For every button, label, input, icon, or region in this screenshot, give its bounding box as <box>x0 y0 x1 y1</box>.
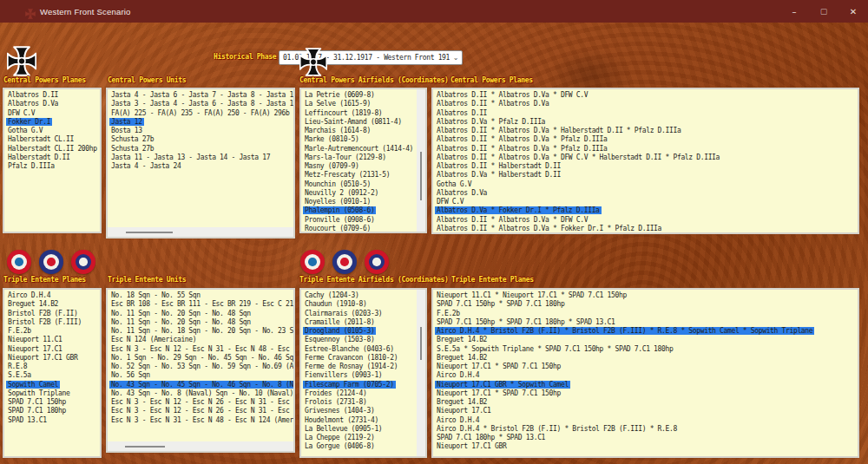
list-item[interactable]: La Gorgue (0406-8) <box>301 442 417 451</box>
list-item[interactable]: Fienvillers (0903-1) <box>301 371 417 380</box>
list-item[interactable]: Albatros D.II * Albatros D.Va * DFW C.V <box>433 91 858 100</box>
central-airfield-planes-listbox[interactable]: Albatros D.II * Albatros D.Va * DFW C.VA… <box>431 88 859 234</box>
list-item[interactable]: Mounchin (0510-5) <box>301 180 417 189</box>
list-item[interactable]: Airco D.H.4 * Bristol F2B (F.II) * Brist… <box>433 425 858 434</box>
list-item[interactable]: Albatros D.II * Albatros D.Va * Halberst… <box>433 127 858 135</box>
list-item[interactable]: Albatros D.II * Albatros D.Va * Fokker D… <box>433 225 858 232</box>
list-item[interactable]: Albatros D.II <box>4 91 100 100</box>
list-item[interactable]: No. 1 Sqn - No. 29 Sqn - No. 45 Sqn - No… <box>108 354 293 363</box>
list-item[interactable]: Estree-Blanche (0403-6) <box>301 345 417 354</box>
list-item[interactable]: Albatros D.Va <box>4 100 100 108</box>
central-planes-listbox[interactable]: Albatros D.IIAlbatros D.VaDFW C.VFokker … <box>3 88 102 233</box>
list-item[interactable]: Marchais (1614-8) <box>301 127 417 135</box>
list-item[interactable]: SPAD 13.C1 <box>4 416 100 425</box>
list-item[interactable]: Frolois (2731-8) <box>301 398 417 407</box>
list-item[interactable]: Jasta 12 <box>108 118 293 127</box>
list-item[interactable]: La Petrie (0609-8) <box>301 91 417 100</box>
vertical-scrollbar[interactable] <box>417 89 425 232</box>
list-item[interactable]: Nieuport 17.C1 GBR * Sopwith Camel <box>433 381 858 389</box>
list-item[interactable]: Airco D.H.4 <box>433 416 858 425</box>
list-item[interactable]: Albatros D.Va * Halberstadt D.II <box>433 171 858 180</box>
list-item[interactable]: SPAD 7.C1 180hp <box>4 407 100 415</box>
list-item[interactable]: Nieuport 11.C1 * Nieuport 17.C1 * SPAD 7… <box>433 291 858 300</box>
list-item[interactable]: Noyelles (0910-1) <box>301 198 417 206</box>
list-item[interactable]: F.E.2b <box>4 327 100 336</box>
list-item[interactable]: Lieu-Saint-Amand (0811-4) <box>301 118 417 127</box>
list-item[interactable]: Roucourt (0709-6) <box>301 225 417 232</box>
list-item[interactable]: Gotha G.V <box>4 127 100 135</box>
list-item[interactable]: Houdelmont (2731-4) <box>301 416 417 425</box>
list-item[interactable]: Clairmarais (0203-3) <box>301 310 417 318</box>
list-item[interactable]: Albatros D.II * Albatros D.Va * Pfalz D.… <box>433 135 858 144</box>
list-item[interactable]: Airco D.H.4 <box>4 291 100 300</box>
list-item[interactable]: Metz-Frescaty (2131-5) <box>301 171 417 180</box>
list-item[interactable]: Masny (0709-9) <box>301 162 417 171</box>
list-item[interactable]: Nieuport 17.C1 <box>4 345 100 354</box>
list-item[interactable]: Jasta 3 - Jasta 4 - Jasta 6 - Jasta 8 - … <box>108 100 293 108</box>
list-item[interactable]: No. 43 Sqn - No. 45 Sqn - No. 46 Sqn - N… <box>108 381 293 389</box>
entente-airfield-planes-listbox[interactable]: Nieuport 11.C1 * Nieuport 17.C1 * SPAD 7… <box>431 288 859 458</box>
list-item[interactable]: Pfalz D.IIIa <box>4 162 100 171</box>
list-item[interactable]: Albatros D.II * Albatros D.Va * Pfalz D.… <box>433 145 858 154</box>
list-item[interactable]: Ferme de Rosnay (1914-2) <box>301 363 417 371</box>
list-item[interactable]: No. 52 Sqn - No. 53 Sqn - No. 59 Sqn - N… <box>108 363 293 371</box>
list-item[interactable]: Ferme Cravancon (1810-2) <box>301 354 417 363</box>
list-item[interactable]: Nieuport 17.C1 GBR <box>4 354 100 363</box>
list-item[interactable]: Albatros D.II <box>433 109 858 118</box>
central-units-listbox[interactable]: Jasta 4 - Jasta 6 - Jasta 7 - Jasta 8 - … <box>106 88 295 239</box>
list-item[interactable]: Chaudun (1910-8) <box>301 300 417 309</box>
list-item[interactable]: Marle-Autremencourt (1414-4) <box>301 145 417 154</box>
list-item[interactable]: Nieuport 17.C1 * SPAD 7.C1 150hp <box>433 363 858 371</box>
list-item[interactable]: Breguet 14.B2 <box>4 300 100 309</box>
scrollbar-thumb[interactable] <box>126 232 173 233</box>
list-item[interactable]: Gotha G.V <box>433 180 858 189</box>
list-item[interactable]: Schusta 27b <box>108 145 293 154</box>
list-item[interactable]: Albatros D.II * Albatros D.Va * DFW C.V <box>433 216 858 225</box>
central-airfields-listbox[interactable]: La Petrie (0609-8)La Selve (1615-9)Leffi… <box>299 88 427 233</box>
list-item[interactable]: Esc N 3 - Esc N 12 - Esc N 26 - Esc N 31… <box>108 398 293 407</box>
list-item[interactable]: Cachy (1204-3) <box>301 291 417 300</box>
horizontal-scrollbar[interactable] <box>108 441 293 451</box>
list-item[interactable]: Esc N 3 - Esc N 12 - Esc N 31 - Esc N 48… <box>108 345 293 354</box>
list-item[interactable]: Albatros D.II * Albatros D.Va * DFW C.V … <box>433 154 858 162</box>
list-item[interactable]: Grivesnes (1404-3) <box>301 407 417 415</box>
list-item[interactable]: No. 18 Sqn - No. 55 Sqn <box>108 291 293 300</box>
list-item[interactable]: Airco D.H.4 <box>433 371 858 380</box>
list-item[interactable]: Jasta 4 - Jasta 24 <box>108 162 293 171</box>
list-item[interactable]: SPAD 7.C1 180hp * SPAD 13.C1 <box>433 434 858 442</box>
list-item[interactable]: DFW C.V <box>433 198 858 206</box>
list-item[interactable]: No. 11 Sqn - No. 20 Sqn - No. 48 Sqn <box>108 318 293 327</box>
list-item[interactable]: Neuvilly 2 (0912-2) <box>301 189 417 198</box>
list-item[interactable]: Esc N 124 (Americaine) <box>108 336 293 344</box>
list-item[interactable]: F.E.2b <box>433 310 858 318</box>
list-item[interactable]: S.E.5a <box>4 371 100 380</box>
list-item[interactable]: S.E.5a * Sopwith Triplane * SPAD 7.C1 15… <box>433 345 858 354</box>
list-item[interactable]: Albatros D.II * Halberstadt D.II <box>433 162 858 171</box>
list-item[interactable]: SPAD 7.C1 150hp <box>4 398 100 407</box>
list-item[interactable]: Sopwith Camel <box>4 381 100 389</box>
list-item[interactable]: No. 56 Sqn <box>108 371 293 380</box>
list-item[interactable]: Nieuport 17.C1 GBR <box>433 442 858 451</box>
list-item[interactable]: Esc N 3 - Esc N 31 - Esc N 48 - Esc N 12… <box>108 416 293 425</box>
list-item[interactable]: DFW C.V <box>4 109 100 118</box>
vertical-scrollbar[interactable] <box>417 290 425 456</box>
entente-airfields-listbox[interactable]: Cachy (1204-3)Chaudun (1910-8)Clairmarai… <box>299 288 427 458</box>
list-item[interactable]: Droogland (0105-3) <box>301 327 417 336</box>
list-item[interactable]: Cramaille (2011-8) <box>301 318 417 327</box>
list-item[interactable]: No. 11 Sqn - No. 18 Sqn - No. 20 Sqn - N… <box>108 327 293 336</box>
list-item[interactable]: La Bellevue (0905-1) <box>301 425 417 434</box>
list-item[interactable]: Esc BR 108 - Esc BR 111 - Esc BR 219 - E… <box>108 300 293 309</box>
list-item[interactable]: Fokker Dr.I <box>4 118 100 127</box>
list-item[interactable]: Halberstadt CL.II <box>4 135 100 144</box>
list-item[interactable]: Mars-la-Tour (2129-8) <box>301 154 417 162</box>
list-item[interactable]: La Selve (1615-9) <box>301 100 417 108</box>
list-item[interactable]: SPAD 7.C1 150hp * SPAD 7.C1 180hp <box>433 300 858 309</box>
list-item[interactable]: Nieuport 17.C1 * SPAD 7.C1 150hp <box>433 389 858 398</box>
minimize-button[interactable]: – <box>779 0 809 23</box>
list-item[interactable]: Esc N 3 - Esc N 12 - Esc N 26 - Esc N 31… <box>108 407 293 415</box>
list-item[interactable]: Albatros D.Va <box>433 189 858 198</box>
list-item[interactable]: Bristol F2B (F.III) <box>4 318 100 327</box>
list-item[interactable]: Sopwith Triplane <box>4 389 100 398</box>
list-item[interactable]: Breguet 14.B2 <box>433 336 858 344</box>
list-item[interactable]: Jasta 11 - Jasta 13 - Jasta 14 - Jasta 1… <box>108 154 293 162</box>
